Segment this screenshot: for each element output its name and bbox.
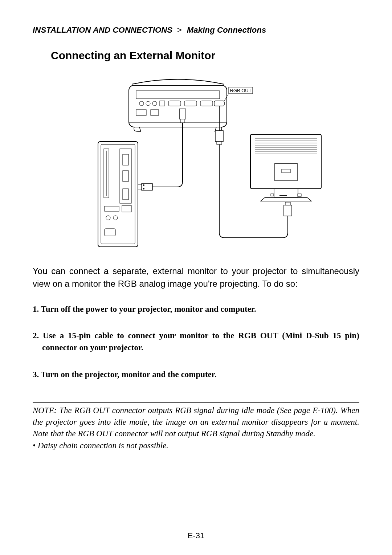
svg-rect-9 bbox=[200, 101, 213, 106]
svg-rect-24 bbox=[284, 205, 292, 216]
breadcrumb-sub: Making Connections bbox=[187, 25, 266, 34]
svg-rect-31 bbox=[123, 154, 128, 165]
svg-rect-51 bbox=[271, 194, 274, 196]
connection-diagram: RGB OUT bbox=[69, 76, 323, 250]
svg-rect-2 bbox=[136, 91, 220, 99]
step-item: 1. Turn off the power to your projector,… bbox=[33, 303, 359, 315]
svg-point-20 bbox=[143, 188, 144, 189]
svg-rect-38 bbox=[105, 229, 115, 236]
monitor-icon bbox=[250, 134, 321, 201]
svg-rect-12 bbox=[151, 110, 159, 115]
svg-rect-15 bbox=[179, 109, 186, 119]
step-item: 2. Use a 15-pin cable to connect your mo… bbox=[33, 330, 359, 354]
svg-point-36 bbox=[106, 216, 110, 220]
breadcrumb-separator: > bbox=[175, 25, 185, 34]
document-page: INSTALLATION AND CONNECTIONS > Making Co… bbox=[0, 0, 392, 555]
page-number: E-31 bbox=[0, 531, 392, 540]
svg-rect-18 bbox=[138, 185, 142, 189]
note-block: NOTE: The RGB OUT connector outputs RGB … bbox=[33, 402, 359, 454]
step-list: 1. Turn off the power to your projector,… bbox=[33, 303, 359, 380]
breadcrumb-section: INSTALLATION AND CONNECTIONS bbox=[33, 25, 172, 34]
computer-tower-icon bbox=[98, 142, 138, 247]
svg-rect-50 bbox=[274, 189, 298, 197]
intro-paragraph: You can connect a separate, external mon… bbox=[33, 265, 359, 290]
svg-rect-10 bbox=[214, 101, 224, 106]
svg-rect-16 bbox=[180, 119, 185, 123]
svg-point-19 bbox=[143, 184, 144, 186]
page-title: Connecting an External Monitor bbox=[51, 49, 359, 62]
svg-rect-49 bbox=[282, 169, 290, 173]
svg-rect-25 bbox=[285, 202, 290, 205]
note-bullet: • Daisy chain connection is not possible… bbox=[33, 440, 359, 452]
svg-rect-35 bbox=[122, 205, 131, 212]
svg-rect-34 bbox=[105, 206, 119, 211]
svg-point-4 bbox=[146, 101, 150, 106]
note-text: NOTE: The RGB OUT connector outputs RGB … bbox=[33, 405, 359, 440]
svg-point-3 bbox=[139, 101, 144, 106]
svg-point-5 bbox=[152, 101, 157, 106]
svg-rect-53 bbox=[298, 194, 301, 196]
projector-icon: RGB OUT bbox=[129, 79, 253, 132]
svg-rect-8 bbox=[184, 101, 197, 106]
svg-rect-21 bbox=[215, 131, 223, 142]
svg-point-37 bbox=[113, 216, 118, 220]
svg-rect-22 bbox=[217, 142, 222, 144]
svg-rect-32 bbox=[123, 171, 128, 181]
rgb-out-label: RGB OUT bbox=[230, 88, 251, 93]
svg-rect-33 bbox=[123, 189, 128, 200]
svg-rect-7 bbox=[168, 101, 181, 106]
svg-rect-6 bbox=[160, 101, 165, 106]
step-item: 3. Turn on the projector, monitor and th… bbox=[33, 368, 359, 380]
svg-rect-11 bbox=[136, 110, 146, 115]
breadcrumb: INSTALLATION AND CONNECTIONS > Making Co… bbox=[33, 25, 359, 35]
